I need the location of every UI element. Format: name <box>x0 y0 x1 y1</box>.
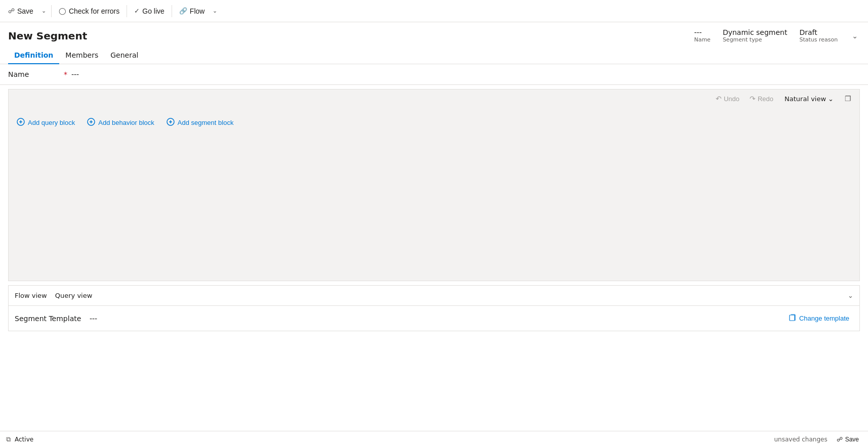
add-query-icon <box>17 118 25 127</box>
tab-general[interactable]: General <box>104 47 144 64</box>
save-icon: ☍ <box>8 7 15 15</box>
go-live-button[interactable]: ✓ Go live <box>130 5 169 18</box>
expand-icon: ❐ <box>845 95 851 103</box>
status-bar-text: Active <box>15 436 33 443</box>
flow-icon: 🔗 <box>179 7 187 15</box>
bottom-section-views: Flow view Query view <box>15 291 92 300</box>
bottom-section-header[interactable]: Flow view Query view ⌄ <box>9 286 859 306</box>
add-query-label: Add query block <box>28 119 75 126</box>
undo-icon: ↶ <box>716 95 722 103</box>
header-chevron-icon[interactable]: ⌄ <box>850 30 860 42</box>
svg-rect-3 <box>790 315 795 321</box>
redo-label: Redo <box>758 95 773 103</box>
meta-segment-type-label: Segment type <box>723 36 762 43</box>
change-template-button[interactable]: Change template <box>785 312 853 325</box>
template-value: --- <box>86 315 785 323</box>
status-right: unsaved changes ☍ Save <box>774 434 862 444</box>
toolbar-divider-3 <box>172 5 172 17</box>
name-row: Name * --- <box>0 64 868 85</box>
check-errors-button[interactable]: ◯ Check for errors <box>55 5 123 18</box>
header-meta: --- Name Dynamic segment Segment type Dr… <box>694 28 860 43</box>
query-view-tab[interactable]: Query view <box>55 291 93 300</box>
flow-view-tab[interactable]: Flow view <box>15 291 47 300</box>
flow-dropdown-button[interactable]: ⌄ <box>211 5 219 17</box>
meta-segment-type: Dynamic segment Segment type <box>723 28 788 43</box>
tabs: Definition Members General <box>0 47 868 64</box>
add-segment-icon <box>167 118 175 127</box>
add-block-row: Add query block Add behavior block Add s… <box>17 116 851 129</box>
add-segment-block-button[interactable]: Add segment block <box>167 116 234 129</box>
name-field-label: Name <box>8 70 59 78</box>
bottom-section: Flow view Query view ⌄ Segment Template … <box>8 285 860 331</box>
unsaved-changes-text: unsaved changes <box>774 436 827 443</box>
required-indicator: * <box>64 70 67 78</box>
add-segment-label: Add segment block <box>178 119 234 126</box>
undo-button[interactable]: ↶ Undo <box>714 94 741 104</box>
toolbar-divider-2 <box>127 5 127 17</box>
toolbar-divider-1 <box>51 5 52 17</box>
main-content: Name * --- ↶ Undo ↷ Redo Natural view ⌄ … <box>0 64 868 431</box>
status-bar: ⧉ Active unsaved changes ☍ Save <box>0 431 868 447</box>
view-chevron-icon: ⌄ <box>828 95 834 103</box>
template-row: Segment Template --- Change template <box>9 306 859 331</box>
meta-name: --- Name <box>694 28 710 43</box>
change-template-label: Change template <box>799 315 849 322</box>
meta-name-value: --- <box>694 28 701 36</box>
add-behavior-icon <box>87 118 95 127</box>
status-save-icon: ☍ <box>837 436 843 443</box>
meta-segment-type-value: Dynamic segment <box>723 28 788 36</box>
status-save-button[interactable]: ☍ Save <box>834 434 862 444</box>
status-bar-icon[interactable]: ⧉ <box>6 435 11 443</box>
check-errors-icon: ◯ <box>59 7 66 15</box>
status-save-label: Save <box>845 436 859 443</box>
toolbar: ☍ Save ⌄ ◯ Check for errors ✓ Go live 🔗 … <box>0 0 868 22</box>
redo-icon: ↷ <box>750 95 756 103</box>
add-query-block-button[interactable]: Add query block <box>17 116 75 129</box>
view-label: Natural view <box>784 95 826 103</box>
tab-members[interactable]: Members <box>59 47 104 64</box>
save-dropdown-button[interactable]: ⌄ <box>39 5 48 17</box>
name-field-value: --- <box>71 70 79 78</box>
undo-label: Undo <box>724 95 739 103</box>
meta-status-value: Draft <box>799 28 817 36</box>
add-behavior-block-button[interactable]: Add behavior block <box>87 116 154 129</box>
canvas-toolbar: ↶ Undo ↷ Redo Natural view ⌄ ❐ <box>9 90 859 108</box>
add-behavior-label: Add behavior block <box>98 119 154 126</box>
go-live-label: Go live <box>142 7 164 15</box>
flow-button[interactable]: 🔗 Flow <box>175 5 209 18</box>
change-template-icon <box>789 314 796 323</box>
meta-status: Draft Status reason <box>799 28 838 43</box>
tab-definition[interactable]: Definition <box>8 47 59 64</box>
collapse-icon[interactable]: ⌄ <box>848 292 853 299</box>
view-selector[interactable]: Natural view ⌄ <box>781 94 837 104</box>
save-label: Save <box>17 7 33 15</box>
meta-status-label: Status reason <box>799 36 838 43</box>
go-live-icon: ✓ <box>134 7 140 15</box>
expand-canvas-button[interactable]: ❐ <box>843 94 853 104</box>
redo-button[interactable]: ↷ Redo <box>748 94 775 104</box>
page-header: New Segment --- Name Dynamic segment Seg… <box>0 22 868 47</box>
status-left: ⧉ Active <box>6 435 33 443</box>
canvas-container: ↶ Undo ↷ Redo Natural view ⌄ ❐ <box>8 89 860 281</box>
template-label: Segment Template <box>15 315 86 323</box>
flow-label: Flow <box>190 7 205 15</box>
check-errors-label: Check for errors <box>69 7 119 15</box>
page-title: New Segment <box>8 30 87 42</box>
canvas-body: Add query block Add behavior block Add s… <box>9 108 859 138</box>
meta-name-label: Name <box>694 36 710 43</box>
save-button[interactable]: ☍ Save <box>4 5 37 18</box>
